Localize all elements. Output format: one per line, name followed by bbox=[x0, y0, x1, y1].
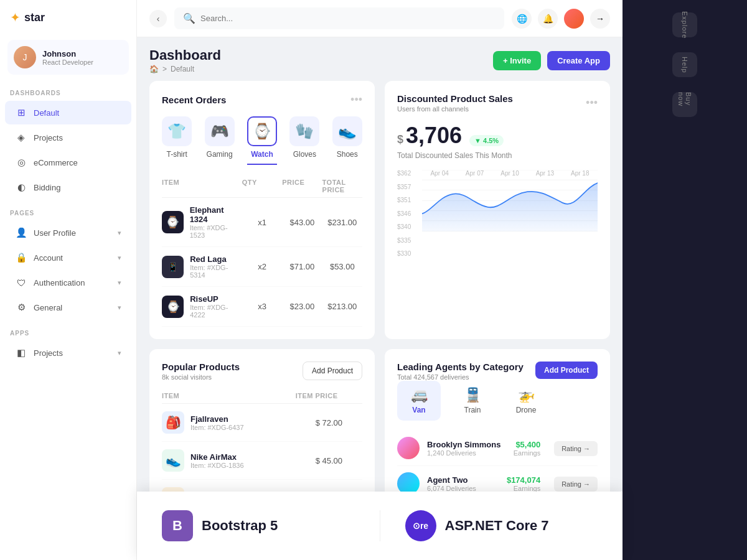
col-total: TOTAL PRICE bbox=[322, 179, 362, 194]
item-price: $ 72.00 bbox=[296, 418, 362, 427]
globe-icon[interactable]: 🌐 bbox=[512, 9, 532, 29]
chevron-down-icon: ▾ bbox=[118, 254, 121, 262]
sales-card-header: Discounted Product Sales Users from all … bbox=[397, 93, 598, 113]
topbar-avatar[interactable] bbox=[564, 9, 584, 29]
sidebar-item-authentication[interactable]: 🛡 Authentication ▾ bbox=[5, 271, 131, 294]
sidebar-item-general[interactable]: ⚙ General ▾ bbox=[5, 296, 131, 319]
agent-tab-train[interactable]: 🚆 Train bbox=[451, 381, 494, 421]
item-sku: Item: #XDG-5314 bbox=[190, 264, 242, 279]
chevron-down-icon: ▾ bbox=[118, 229, 121, 237]
invite-button[interactable]: + Invite bbox=[493, 51, 541, 70]
gaming-icon: 🎮 bbox=[205, 116, 235, 146]
topbar-icons: 🌐 🔔 → bbox=[512, 9, 610, 29]
explore-button[interactable]: Explore bbox=[672, 12, 697, 37]
rating-button[interactable]: Rating → bbox=[554, 442, 598, 454]
item-name: RiseUP bbox=[190, 294, 242, 304]
agent-deliveries: 6,074 Deliveries bbox=[427, 485, 499, 492]
gloves-icon: 🧤 bbox=[289, 116, 319, 146]
sales-badge: ▼ 4.5% bbox=[469, 135, 504, 146]
sidebar-item-ecommerce[interactable]: ◎ eCommerce bbox=[5, 151, 131, 174]
sales-amount: $ 3,706 ▼ 4.5% bbox=[397, 123, 598, 149]
y-label: $357 bbox=[397, 184, 411, 190]
agent-tabs: 🚐 Van 🚆 Train 🚁 Drone bbox=[397, 381, 598, 421]
bootstrap-banner[interactable]: B Bootstrap 5 bbox=[137, 510, 380, 541]
item-qty: x1 bbox=[242, 218, 282, 227]
add-product-button[interactable]: Add Product bbox=[303, 362, 362, 380]
bidding-icon: ◐ bbox=[15, 181, 27, 194]
sidebar-item-projects[interactable]: ◈ Projects bbox=[5, 126, 131, 149]
notification-icon[interactable]: 🔔 bbox=[538, 9, 558, 29]
right-panel: Explore Help Buy now bbox=[622, 0, 747, 560]
search-input[interactable] bbox=[200, 14, 496, 23]
agent-tab-drone[interactable]: 🚁 Drone bbox=[504, 381, 548, 421]
tab-shoes[interactable]: 👟 Shoes bbox=[332, 116, 362, 165]
tshirt-icon: 👕 bbox=[162, 116, 192, 146]
chevron-down-icon: ▾ bbox=[118, 279, 121, 287]
sidebar-item-account[interactable]: 🔒 Account ▾ bbox=[5, 246, 131, 269]
item-sku: Item: #XDG-1523 bbox=[190, 224, 242, 239]
shoes-icon: 👟 bbox=[332, 116, 362, 146]
tab-gloves-label: Gloves bbox=[293, 150, 316, 159]
logo-star-icon: ✦ bbox=[10, 10, 21, 25]
tab-gloves[interactable]: 🧤 Gloves bbox=[289, 116, 319, 165]
rating-button[interactable]: Rating → bbox=[554, 478, 598, 489]
recent-orders-card: Recent Orders ••• 👕 T-shirt 🎮 Gaming ⌚ W… bbox=[149, 81, 375, 339]
item-price: $43.00 bbox=[282, 218, 322, 227]
sidebar-item-bidding[interactable]: ◐ Bidding bbox=[5, 175, 131, 199]
chart-svg bbox=[422, 170, 598, 231]
tab-tshirt[interactable]: 👕 T-shirt bbox=[162, 116, 192, 165]
watch-icon: ⌚ bbox=[247, 116, 277, 146]
y-label: $330 bbox=[397, 250, 411, 257]
auth-icon: 🛡 bbox=[15, 276, 27, 289]
earnings-label: Earnings bbox=[507, 485, 540, 492]
aspnet-title: ASP.NET Core 7 bbox=[445, 518, 549, 534]
sidebar-item-label: eCommerce bbox=[34, 158, 78, 167]
more-options-icon[interactable]: ••• bbox=[350, 93, 362, 106]
sidebar-item-label: User Profile bbox=[34, 228, 76, 238]
projects-icon: ◈ bbox=[15, 131, 27, 144]
item-price: $23.00 bbox=[282, 302, 322, 311]
more-options-icon[interactable]: ••• bbox=[586, 96, 598, 110]
bottom-banner: B Bootstrap 5 ⊙re ASP.NET Core 7 bbox=[137, 492, 622, 560]
item-name: Red Laga bbox=[190, 254, 242, 264]
app-projects-icon: ◧ bbox=[15, 347, 27, 359]
user-icon: 👤 bbox=[15, 226, 27, 239]
chevron-down-icon: ▾ bbox=[118, 349, 121, 357]
user-profile-card[interactable]: J Johnson React Developer bbox=[7, 40, 129, 75]
aspnet-banner[interactable]: ⊙re ASP.NET Core 7 bbox=[380, 510, 623, 541]
col-price: PRICE bbox=[282, 179, 322, 194]
train-icon: 🚆 bbox=[464, 387, 481, 403]
earnings-label: Earnings bbox=[514, 449, 540, 457]
buy-now-label: Buy now bbox=[677, 92, 692, 117]
item-sku: Item: #XDG-4222 bbox=[190, 304, 242, 319]
create-app-button[interactable]: Create App bbox=[547, 51, 610, 70]
content-grid: Recent Orders ••• 👕 T-shirt 🎮 Gaming ⌚ W… bbox=[137, 81, 622, 560]
arrow-right-icon[interactable]: → bbox=[590, 9, 610, 29]
item-image: ⌚ bbox=[162, 296, 184, 318]
main-content: ‹ 🔍 🌐 🔔 → Dashboard 🏠 > Default + Invite… bbox=[137, 0, 622, 560]
add-product-button-agents[interactable]: Add Product bbox=[535, 362, 598, 379]
recent-orders-header: Recent Orders ••• bbox=[162, 93, 362, 106]
sidebar-collapse-button[interactable]: ‹ bbox=[149, 10, 167, 27]
account-icon: 🔒 bbox=[15, 251, 27, 264]
item-image: 🎒 bbox=[162, 411, 184, 434]
ecommerce-icon: ◎ bbox=[15, 156, 27, 169]
sidebar-item-label: General bbox=[34, 303, 62, 312]
help-button[interactable]: Help bbox=[672, 52, 697, 77]
agent-name: Brooklyn Simmons bbox=[427, 440, 506, 449]
agent-earnings: $5,400 bbox=[514, 440, 540, 449]
item-sku: Item: #XDG-6437 bbox=[190, 424, 244, 431]
item-price: $ 45.00 bbox=[296, 456, 362, 465]
item-qty: x2 bbox=[242, 262, 282, 271]
agent-tab-van[interactable]: 🚐 Van bbox=[397, 381, 441, 421]
tab-gaming[interactable]: 🎮 Gaming bbox=[205, 116, 235, 165]
tab-watch[interactable]: ⌚ Watch bbox=[247, 116, 277, 165]
aspnet-icon: ⊙re bbox=[405, 510, 436, 541]
item-info: ⌚ Elephant 1324 Item: #XDG-1523 bbox=[162, 205, 242, 239]
sidebar-item-user-profile[interactable]: 👤 User Profile ▾ bbox=[5, 221, 131, 245]
sidebar-item-default[interactable]: ⊞ Default bbox=[5, 101, 131, 124]
sidebar-item-projects-app[interactable]: ◧ Projects ▾ bbox=[5, 341, 131, 365]
agent-tab-van-label: Van bbox=[412, 406, 425, 414]
buy-now-button[interactable]: Buy now bbox=[672, 92, 697, 117]
sidebar-item-label: Projects bbox=[34, 348, 63, 358]
